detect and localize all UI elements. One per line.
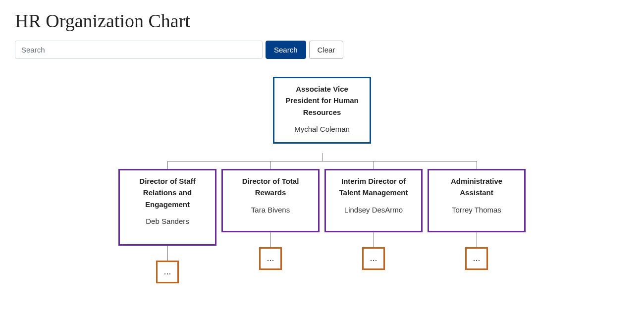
connector	[477, 161, 477, 169]
org-node-name: Deb Sanders	[126, 217, 209, 225]
org-node-name: Torrey Thomas	[435, 206, 518, 214]
org-node-child[interactable]: Interim Director of Talent ManagementLin…	[324, 169, 423, 232]
connector	[374, 161, 374, 169]
org-node-title: Interim Director of Talent Management	[332, 175, 415, 199]
connector	[167, 161, 477, 161]
expand-button[interactable]: ...	[156, 261, 179, 283]
search-input[interactable]	[15, 41, 263, 59]
expand-button[interactable]: ...	[465, 247, 488, 270]
clear-button[interactable]: Clear	[309, 41, 344, 59]
org-node-child[interactable]: Director of Total RewardsTara Bivens	[221, 169, 320, 232]
org-node-child[interactable]: Administrative AssistantTorrey Thomas	[428, 169, 526, 232]
org-node-title: Director of Total Rewards	[229, 175, 312, 199]
org-node-title: Director of Staff Relations and Engageme…	[126, 175, 209, 210]
connector	[374, 232, 374, 247]
expand-button[interactable]: ...	[259, 247, 282, 270]
org-node-title: Administrative Assistant	[435, 175, 518, 199]
org-node-root[interactable]: Associate Vice President for Human Resou…	[273, 77, 371, 144]
org-node-name: Tara Bivens	[229, 206, 312, 214]
org-node-title: Associate Vice President for Human Resou…	[280, 83, 364, 118]
expand-button[interactable]: ...	[362, 247, 385, 270]
connector	[477, 232, 477, 247]
connector	[167, 246, 168, 261]
org-node-child[interactable]: Director of Staff Relations and Engageme…	[118, 169, 216, 246]
connector	[270, 232, 271, 247]
org-node-name: Lindsey DesArmo	[332, 206, 415, 214]
search-button[interactable]: Search	[266, 41, 306, 59]
org-node-name: Mychal Coleman	[280, 125, 364, 133]
connector	[167, 161, 168, 169]
page-title: HR Organization Chart	[15, 10, 629, 32]
search-bar: Search Clear	[15, 41, 629, 59]
connector	[322, 153, 322, 161]
org-chart: Associate Vice President for Human Resou…	[94, 77, 550, 288]
connector	[270, 161, 271, 169]
